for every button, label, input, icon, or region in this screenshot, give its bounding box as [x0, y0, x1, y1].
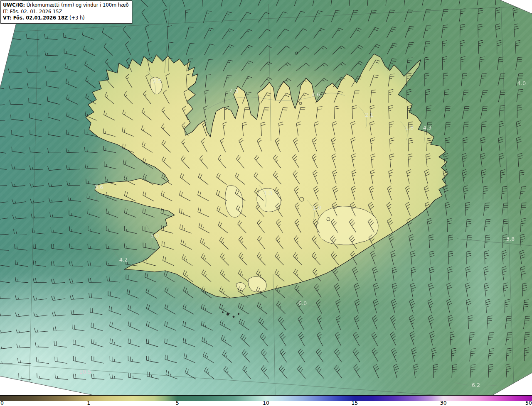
colorbar-tick-label: 5 — [176, 401, 179, 406]
product-description: Úrkomumætti (mm) og vindur i 100m hæð — [25, 2, 129, 8]
contour-value-label: 6.2 — [472, 382, 480, 388]
contour-value-label: 4.3 — [423, 125, 432, 131]
valid-time-line: VT: Fös. 02.01.2026 18Z (+3 h) — [3, 15, 129, 22]
colorbar: 01510153050 — [0, 395, 532, 406]
product-id: UWC/IG: — [3, 2, 25, 8]
contour-value-label: 2.1 — [365, 112, 374, 118]
colorbar-tick-labels: 01510153050 — [0, 401, 532, 406]
colorbar-tick-label: 1 — [87, 401, 90, 406]
init-time-line: IT: Fös. 02. 01. 2026 15Z — [3, 9, 129, 15]
contour-value-label: 10.5 — [79, 369, 91, 375]
colorbar-tick-label: 30 — [440, 401, 447, 406]
contour-value-label: 4.0 — [517, 80, 526, 86]
contour-value-label: 4.2 — [119, 257, 128, 263]
colorbar-tick-label: 10 — [263, 401, 269, 406]
contour-value-label: 4.3 — [230, 88, 239, 94]
contour-value-label: 3.6 — [95, 184, 103, 190]
lead-time: (+3 h) — [68, 15, 85, 21]
contour-value-label: 2.5 — [153, 78, 162, 84]
graticule-line — [29, 17, 38, 395]
title-box: UWC/IG: Úrkomumætti (mm) og vindur i 100… — [0, 0, 132, 24]
contour-value-label: 3.8 — [506, 236, 515, 242]
glacier-vatnajokull — [317, 206, 379, 245]
contour-value-label: 1.0 — [313, 205, 322, 211]
colorbar-tick-label: 50 — [525, 401, 532, 406]
contour-value-label: 5.0 — [150, 232, 159, 239]
contour-value-label: 1.3 — [264, 190, 273, 196]
title-line-product: UWC/IG: Úrkomumætti (mm) og vindur i 100… — [3, 2, 129, 9]
contour-value-label: 1.8 — [405, 125, 414, 131]
island-dot — [233, 316, 234, 318]
island-dot — [238, 313, 239, 314]
island-dot — [222, 312, 224, 313]
map-area: 2.54.34.62.11.84.34.03.61.31.05.04.23.86… — [0, 0, 532, 395]
contour-value-label: 6.0 — [298, 300, 307, 306]
colorbar-tick-label: 0 — [0, 401, 4, 406]
colorbar-tick-label: 15 — [351, 401, 358, 406]
map-canvas: 2.54.34.62.11.84.34.03.61.31.05.04.23.86… — [0, 0, 532, 395]
valid-time: VT: Fös. 02.01.2026 18Z — [3, 15, 68, 21]
weather-map-product: 2.54.34.62.11.84.34.03.61.31.05.04.23.86… — [0, 0, 532, 406]
island-dot — [227, 313, 229, 315]
contour-value-label: 4.6 — [312, 91, 320, 98]
